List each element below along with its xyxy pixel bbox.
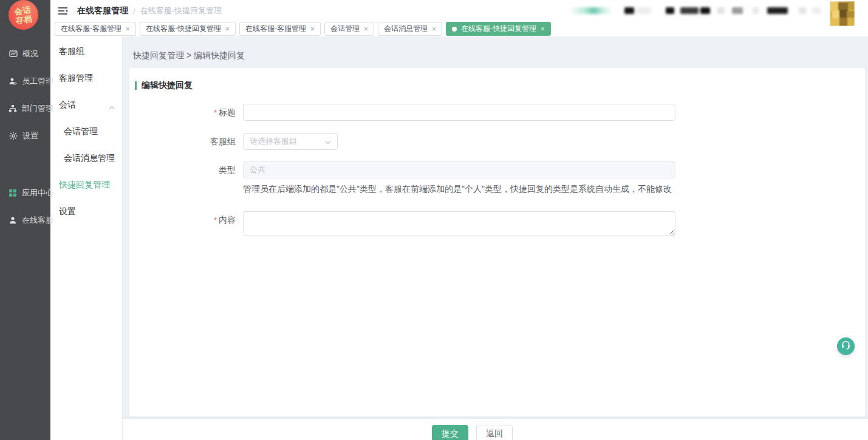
sidebar-item-settings2[interactable]: 设置: [50, 198, 122, 225]
tab-quick-reply-mgmt[interactable]: 在线客服-快捷回复管理 ×: [140, 22, 236, 36]
type-input-disabled: [243, 161, 675, 178]
apps-grid-icon: [9, 188, 17, 197]
redacted-block: [700, 7, 710, 14]
content-textarea[interactable]: [243, 211, 675, 235]
sidebar-item-agent-mgmt[interactable]: 客服管理: [50, 65, 122, 92]
page-breadcrumb: 快捷回复管理 > 编辑快捷回复: [123, 36, 868, 68]
required-mark: *: [214, 108, 217, 117]
content-control: [243, 211, 865, 238]
employee-icon: [9, 76, 17, 86]
snav-label: 客服组: [59, 46, 84, 57]
tab-label: 在线客服-客服管理: [61, 24, 121, 34]
app-logo[interactable]: 会话 存档: [7, 0, 40, 32]
section-header: 编辑快捷回复: [135, 80, 865, 91]
chevron-up-icon: [109, 102, 115, 112]
app-root: 会话 存档 概况 员工管理 部门管理: [0, 0, 868, 440]
sidebar-item-label: 部门管理: [22, 103, 53, 114]
group-control: 请选择客服组: [243, 133, 865, 150]
sidebar-item-agent-groups[interactable]: 客服组: [50, 38, 122, 65]
sidebar-item-label: 概况: [22, 49, 38, 59]
type-help-text: 管理员在后端添加的都是"公共"类型，客服在前端添加的是"个人"类型，快捷回复的类…: [243, 183, 865, 195]
form-row-group: 客服组 请选择客服组: [135, 133, 865, 150]
tab-session-message-mgmt[interactable]: 会话消息管理 ×: [378, 22, 442, 36]
redacted-block: [732, 7, 743, 14]
title-input[interactable]: [243, 104, 675, 121]
snav-label: 会话消息管理: [64, 153, 115, 164]
open-tabs-bar: 在线客服-客服管理 × 在线客服-快捷回复管理 × 在线客服-客服管理 × 会话…: [50, 22, 868, 36]
primary-sidebar: 会话 存档 概况 员工管理 部门管理: [0, 0, 50, 440]
title-label: *标题: [135, 104, 243, 121]
accent-bar: [135, 81, 137, 90]
redacted-block: [812, 7, 821, 14]
tab-close-icon[interactable]: ×: [432, 25, 436, 33]
sidebar-item-session-mgmt[interactable]: 会话管理: [50, 118, 122, 145]
form-row-content: *内容: [135, 211, 865, 238]
footer-action-bar: 提交 返回: [123, 419, 868, 440]
label-text: 标题: [219, 107, 236, 117]
redacted-block: [666, 7, 674, 14]
collapse-menu-icon[interactable]: [58, 7, 69, 15]
snav-label: 快捷回复管理: [59, 180, 110, 191]
tab-session-mgmt[interactable]: 会话管理 ×: [324, 22, 374, 36]
snav-label: 会话: [59, 100, 76, 110]
redacted-block: [767, 7, 788, 14]
edit-quick-reply-card: 编辑快捷回复 *标题 客: [129, 68, 865, 416]
tab-close-icon[interactable]: ×: [310, 25, 315, 33]
label-text: 客服组: [210, 137, 236, 146]
tab-quick-reply-mgmt-active[interactable]: 在线客服-快捷回复管理 ×: [446, 22, 551, 36]
tab-close-icon[interactable]: ×: [225, 25, 230, 33]
body-row: 客服组 客服管理 会话 会话管理 会话消息管理 快: [50, 36, 868, 440]
tab-label: 会话管理: [330, 24, 360, 34]
support-fab[interactable]: [837, 337, 855, 355]
sidebar-item-session-message-mgmt[interactable]: 会话消息管理: [50, 145, 122, 172]
sidebar-item-label: 在线客服: [22, 215, 53, 226]
type-control: 管理员在后端添加的都是"公共"类型，客服在前端添加的是"个人"类型，快捷回复的类…: [243, 161, 865, 195]
user-avatar[interactable]: [830, 1, 855, 26]
tab-online-service-agent-mgmt-2[interactable]: 在线客服-客服管理 ×: [239, 22, 321, 36]
type-label: 类型: [135, 161, 243, 195]
required-mark: *: [214, 215, 217, 225]
group-label: 客服组: [135, 133, 243, 150]
sidebar-item-app-center[interactable]: 应用中心: [0, 179, 50, 206]
sidebar-item-label: 设置: [22, 130, 38, 141]
redacted-block: [753, 7, 759, 14]
sidebar-item-quick-reply-mgmt[interactable]: 快捷回复管理: [50, 172, 122, 198]
right-column: 在线客服管理 / 在线客服-快捷回复管理: [50, 0, 868, 440]
label-text: 类型: [219, 165, 236, 175]
logo-line2: 存档: [15, 14, 33, 25]
redacted-block: [680, 7, 699, 14]
snav-label: 客服管理: [59, 73, 93, 84]
title-control: [243, 104, 865, 121]
sidebar-item-settings[interactable]: 设置: [0, 122, 50, 149]
settings-gear-icon: [9, 131, 18, 140]
tab-close-icon[interactable]: ×: [541, 25, 545, 33]
snav-label: 会话管理: [64, 126, 98, 137]
sidebar-item-departments[interactable]: 部门管理: [0, 95, 50, 122]
redacted-block: [572, 7, 611, 14]
submit-button[interactable]: 提交: [432, 425, 468, 440]
overview-icon: [9, 49, 18, 58]
breadcrumb-separator: /: [133, 7, 135, 16]
main-content: 快捷回复管理 > 编辑快捷回复 编辑快捷回复 *标题: [123, 36, 868, 440]
redacted-header-items: [572, 6, 821, 15]
back-button[interactable]: 返回: [476, 425, 513, 440]
breadcrumb-current: 在线客服-快捷回复管理: [140, 5, 222, 16]
agent-group-select[interactable]: 请选择客服组: [243, 133, 338, 150]
sidebar-item-overview[interactable]: 概况: [0, 40, 50, 67]
sidebar-item-sessions[interactable]: 会话: [50, 92, 122, 118]
label-text: 内容: [219, 215, 236, 225]
content-textarea-wrap: [243, 211, 675, 238]
tab-close-icon[interactable]: ×: [126, 25, 130, 33]
tab-label: 会话消息管理: [384, 24, 428, 34]
snav-label: 设置: [59, 206, 76, 217]
sidebar-item-online-service[interactable]: 在线客服: [0, 206, 50, 234]
tab-label: 在线客服-快捷回复管理: [461, 24, 536, 34]
quick-reply-form: *标题 客服组 请选择客服组: [135, 104, 865, 238]
sidebar-item-employees[interactable]: 员工管理: [0, 67, 50, 95]
top-header: 在线客服管理 / 在线客服-快捷回复管理: [50, 0, 868, 22]
headset-icon: [841, 340, 851, 353]
redacted-block: [637, 7, 651, 14]
tab-close-icon[interactable]: ×: [364, 25, 368, 33]
select-placeholder: 请选择客服组: [250, 136, 297, 147]
tab-online-service-agent-mgmt[interactable]: 在线客服-客服管理 ×: [55, 22, 136, 36]
